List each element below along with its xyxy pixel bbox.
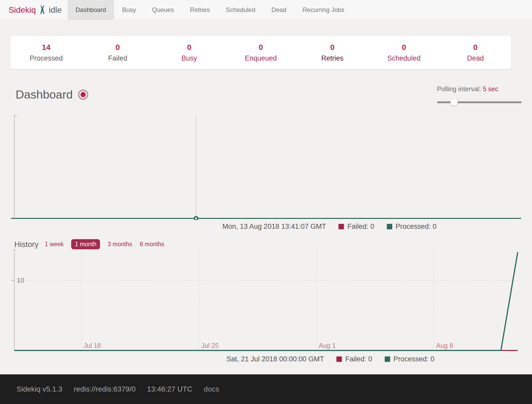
worker-status: idle — [49, 5, 62, 15]
history-failed-legend: Failed: 0 — [336, 355, 372, 363]
realtime-processed-label: Processed: 0 — [396, 223, 437, 231]
stat-processed-value: 14 — [10, 41, 82, 53]
x-tick-aug-8: Aug 8 — [436, 342, 453, 349]
history-title: History — [14, 240, 38, 249]
stat-failed-label: Failed — [82, 53, 153, 64]
stat-scheduled-value: 0 — [368, 41, 440, 53]
polling-slider[interactable] — [437, 99, 522, 106]
history-ranges: 1 week 1 month 3 months 6 months — [45, 239, 164, 249]
x-tick-jul-25: Jul 25 — [201, 342, 219, 349]
nav-item-scheduled[interactable]: Scheduled — [218, 0, 263, 20]
realtime-hover-time: Mon, 13 Aug 2018 13:41:07 GMT — [222, 223, 326, 231]
stat-scheduled-link[interactable]: Scheduled — [368, 53, 440, 64]
polling-value-link[interactable]: 5 sec — [483, 85, 498, 93]
failed-swatch-icon — [338, 224, 344, 229]
processed-swatch-icon — [385, 356, 390, 362]
history-hover-time: Sat, 21 Jul 2018 00:00:00 GMT — [227, 355, 324, 363]
stats-summary-card: 14 Processed 0 Failed 0 Busy 0 Enqueued … — [10, 36, 511, 69]
stat-processed: 14 Processed — [10, 41, 82, 64]
y-tick-label-10: 10 — [17, 276, 24, 284]
realtime-hover-point — [195, 217, 198, 220]
polling-control: Polling interval: 5 sec — [437, 85, 522, 106]
stat-retries-link[interactable]: Retries — [297, 53, 368, 64]
sidekiq-logo-icon — [39, 5, 46, 14]
history-failed-label: Failed: 0 — [345, 355, 372, 363]
stat-enqueued-value: 0 — [225, 41, 296, 53]
nav-item-recurring-jobs[interactable]: Recurring Jobs — [294, 0, 352, 20]
stat-enqueued[interactable]: 0 Enqueued — [225, 41, 296, 64]
stat-failed: 0 Failed — [82, 41, 153, 64]
history-processed-line — [14, 252, 518, 350]
realtime-chart[interactable] — [0, 113, 532, 220]
nav-items: Dashboard Busy Queues Retries Scheduled … — [68, 0, 353, 20]
stat-dead-link[interactable]: Dead — [440, 53, 511, 64]
history-chart[interactable]: 10 Jul 18 Jul 25 Aug 1 Aug 8 — [0, 249, 532, 358]
range-6-months[interactable]: 6 months — [140, 241, 164, 248]
stat-busy-link[interactable]: Busy — [154, 53, 225, 64]
stat-dead-value: 0 — [440, 41, 511, 53]
polling-slider-thumb[interactable] — [450, 99, 458, 106]
processed-swatch-icon — [387, 224, 392, 229]
nav-item-busy[interactable]: Busy — [114, 0, 144, 20]
nav-item-retries[interactable]: Retries — [182, 0, 218, 20]
realtime-processed-legend: Processed: 0 — [387, 223, 437, 231]
realtime-failed-label: Failed: 0 — [347, 223, 374, 231]
stat-busy[interactable]: 0 Busy — [154, 41, 225, 64]
page-title: Dashboard — [16, 88, 73, 101]
x-tick-aug-1: Aug 1 — [319, 342, 336, 349]
footer-server-time: 13:46:27 UTC — [147, 385, 192, 393]
live-beacon-icon — [78, 89, 88, 100]
nav-item-dead[interactable]: Dead — [263, 0, 294, 20]
brand-name: Sidekiq — [9, 5, 36, 15]
footer: Sidekiq v5.1.3 redis://redis:6379/0 13:4… — [0, 374, 532, 404]
range-3-months[interactable]: 3 months — [108, 241, 132, 248]
footer-docs-link[interactable]: docs — [204, 385, 219, 393]
history-legend: Sat, 21 Jul 2018 00:00:00 GMT Failed: 0 … — [227, 355, 434, 363]
brand[interactable]: Sidekiq idle — [0, 0, 68, 20]
page-head: Dashboard — [16, 88, 88, 101]
sidekiq-dashboard-page: Sidekiq idle Dashboard Busy Queues Retri… — [0, 0, 532, 404]
footer-version: Sidekiq v5.1.3 — [17, 385, 62, 393]
stat-busy-value: 0 — [154, 41, 225, 53]
nav-item-queues[interactable]: Queues — [144, 0, 182, 20]
polling-slider-track[interactable] — [437, 101, 522, 103]
history-header: History 1 week 1 month 3 months 6 months — [14, 239, 164, 249]
range-1-month[interactable]: 1 month — [71, 239, 100, 249]
stat-scheduled[interactable]: 0 Scheduled — [368, 41, 440, 64]
footer-redis-url: redis://redis:6379/0 — [74, 385, 136, 393]
nav-item-dashboard[interactable]: Dashboard — [68, 0, 114, 20]
stat-retries[interactable]: 0 Retries — [297, 41, 368, 64]
range-1-week[interactable]: 1 week — [45, 241, 64, 248]
failed-swatch-icon — [336, 356, 342, 362]
history-processed-label: Processed: 0 — [394, 355, 435, 363]
stat-failed-value: 0 — [82, 41, 153, 53]
stat-retries-value: 0 — [297, 41, 368, 53]
history-processed-legend: Processed: 0 — [385, 355, 435, 363]
stat-processed-label: Processed — [10, 53, 82, 64]
polling-label: Polling interval: 5 sec — [437, 85, 522, 93]
polling-label-text: Polling interval: — [437, 85, 481, 93]
stat-enqueued-link[interactable]: Enqueued — [225, 53, 296, 64]
realtime-failed-legend: Failed: 0 — [338, 223, 374, 231]
x-tick-jul-18: Jul 18 — [84, 342, 101, 349]
realtime-legend: Mon, 13 Aug 2018 13:41:07 GMT Failed: 0 … — [222, 223, 436, 231]
navbar: Sidekiq idle Dashboard Busy Queues Retri… — [0, 0, 532, 20]
stat-dead[interactable]: 0 Dead — [440, 41, 511, 64]
